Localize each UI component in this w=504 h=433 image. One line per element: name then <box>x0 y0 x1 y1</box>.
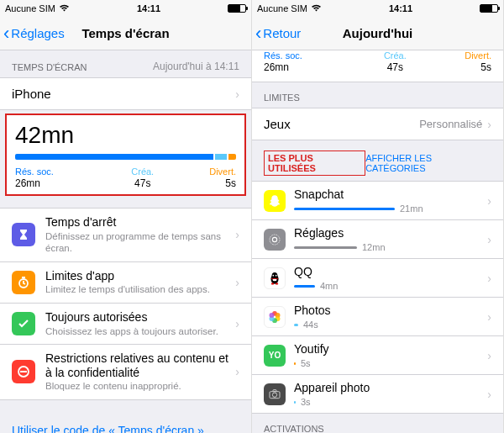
svg-point-8 <box>273 274 275 276</box>
app-name-label: Réglages <box>294 226 482 240</box>
nav-title: Temps d'écran <box>81 26 169 40</box>
content-scroll[interactable]: Rés. soc. 26mn Créa. 47s Divert. 5s LIMI… <box>252 50 503 433</box>
app-time-label: 44s <box>303 319 318 330</box>
limit-label: Jeux <box>264 117 291 131</box>
chevron-left-icon: ‹ <box>3 24 9 43</box>
app-name-label: QQ <box>294 265 482 278</box>
back-label: Réglages <box>11 26 64 40</box>
usage-bar <box>294 362 296 365</box>
app-time-label: 21mn <box>400 203 423 214</box>
section-header-time: Aujourd'hui à 14:11 <box>153 61 239 72</box>
tab-show-categories[interactable]: AFFICHER LES CATÉGORIES <box>365 153 491 173</box>
tab-most-used[interactable]: LES PLUS UTILISÉES <box>264 150 365 176</box>
chevron-right-icon: › <box>235 276 239 289</box>
back-button[interactable]: ‹ Retour <box>255 24 301 43</box>
chevron-right-icon: › <box>487 388 491 401</box>
bar-segment-social <box>15 154 213 160</box>
device-row[interactable]: iPhone › <box>0 77 251 110</box>
app-row-youtify[interactable]: YO Youtify 5s › <box>252 335 503 374</box>
cat-value-entertainment: 5s <box>185 177 236 189</box>
chevron-left-icon: ‹ <box>255 24 261 43</box>
content-restrictions-row[interactable]: Restrictions relatives au contenu et à l… <box>0 344 251 399</box>
qq-icon <box>264 267 286 289</box>
camera-icon <box>264 383 286 405</box>
battery-icon <box>480 4 498 13</box>
status-bar: Aucune SIM 14:11 <box>0 0 251 17</box>
feature-title: Restrictions relatives au contenu et à l… <box>45 351 230 380</box>
downtime-row[interactable]: Temps d'arrêt Définissez un programme de… <box>0 209 251 261</box>
app-row-qq[interactable]: QQ 4mn › <box>252 258 503 297</box>
carrier-label: Aucune SIM <box>257 3 307 13</box>
screentime-main-screen: Aucune SIM 14:11 ‹ Réglages Temps d'écra… <box>0 0 252 433</box>
chevron-right-icon: › <box>487 233 491 246</box>
usage-bar <box>294 246 357 249</box>
feature-subtitle: Choisissez les apps à toujours autoriser… <box>45 325 230 337</box>
usage-bar-chart <box>15 154 236 160</box>
bar-segment-entertainment <box>228 154 236 160</box>
nav-title: Aujourd'hui <box>343 26 413 40</box>
cat-label-creativity: Créa. <box>351 50 438 61</box>
app-name-label: Youtify <box>294 342 482 356</box>
wifi-icon <box>59 3 70 13</box>
cat-label-creativity: Créa. <box>100 166 185 177</box>
hourglass-icon <box>12 223 35 246</box>
wifi-icon <box>311 3 322 13</box>
app-time-label: 4mn <box>320 281 338 291</box>
feature-list: Temps d'arrêt Définissez un programme de… <box>0 208 251 400</box>
always-allowed-row[interactable]: Toujours autorisées Choisissez les apps … <box>0 303 251 344</box>
svg-point-18 <box>270 313 275 318</box>
app-time-label: 3s <box>301 397 311 407</box>
app-limits-row[interactable]: Limites d'app Limitez le temps d'utilisa… <box>0 261 251 303</box>
svg-rect-21 <box>273 389 276 391</box>
cat-label-social: Rés. soc. <box>15 166 100 177</box>
svg-point-3 <box>272 237 276 241</box>
section-header-usage: TEMPS D'ÉCRAN Aujourd'hui à 14:11 <box>0 50 251 77</box>
content-scroll[interactable]: TEMPS D'ÉCRAN Aujourd'hui à 14:11 iPhone… <box>0 50 251 433</box>
section-header-label: TEMPS D'ÉCRAN <box>12 62 87 72</box>
most-used-header: LES PLUS UTILISÉES AFFICHER LES CATÉGORI… <box>252 140 503 181</box>
cat-value-social: 26mn <box>15 177 100 189</box>
chevron-right-icon: › <box>487 194 491 208</box>
photos-icon <box>264 306 286 328</box>
app-row-camera[interactable]: Appareil photo 3s › <box>252 374 503 413</box>
usage-total: 42mn <box>15 122 236 149</box>
snapchat-icon <box>264 190 286 212</box>
cat-label-entertainment: Divert. <box>438 50 491 61</box>
device-label: iPhone <box>12 87 51 101</box>
cat-label-social: Rés. soc. <box>264 50 351 61</box>
battery-icon <box>228 4 246 13</box>
usage-summary-block[interactable]: 42mn Rés. soc. 26mn Créa. 47s Divert. <box>5 114 246 196</box>
app-time-label: 5s <box>301 358 311 368</box>
bar-segment-creativity <box>215 154 227 160</box>
cat-value-creativity: 47s <box>351 61 438 73</box>
use-passcode-link[interactable]: Utiliser le code de « Temps d'écran » <box>0 412 251 433</box>
chevron-right-icon: › <box>235 87 239 101</box>
svg-rect-10 <box>271 283 274 284</box>
usage-bar <box>294 285 315 288</box>
checkmark-icon <box>12 312 35 335</box>
app-row-reglages[interactable]: Réglages 12mn › <box>252 219 503 258</box>
svg-rect-12 <box>271 278 278 279</box>
feature-subtitle: Définissez un programme de temps sans éc… <box>45 230 230 255</box>
nav-bar: ‹ Réglages Temps d'écran <box>0 17 251 50</box>
app-row-snapchat[interactable]: Snapchat 21mn › <box>252 182 503 219</box>
screentime-today-screen: Aucune SIM 14:11 ‹ Retour Aujourd'hui Ré… <box>252 0 504 433</box>
svg-point-9 <box>276 274 277 276</box>
app-usage-list: Snapchat 21mn › Réglages 12mn › <box>252 181 503 414</box>
chevron-right-icon: › <box>487 118 491 131</box>
app-row-photos[interactable]: Photos 44s › <box>252 297 503 335</box>
chevron-right-icon: › <box>235 365 239 378</box>
chevron-right-icon: › <box>487 272 491 285</box>
nav-bar: ‹ Retour Aujourd'hui <box>252 17 503 50</box>
limit-detail: Personnalisé <box>419 118 482 130</box>
chevron-right-icon: › <box>235 228 239 241</box>
usage-bar <box>294 324 298 326</box>
svg-rect-2 <box>20 371 27 372</box>
section-header-limits: LIMITES <box>252 82 503 108</box>
top-category-strip: Rés. soc. 26mn Créa. 47s Divert. 5s <box>252 50 503 82</box>
cat-value-social: 26mn <box>264 61 351 73</box>
app-name-label: Snapchat <box>294 187 482 201</box>
back-button[interactable]: ‹ Réglages <box>3 24 65 43</box>
limit-games-row[interactable]: Jeux Personnalisé › <box>252 108 503 140</box>
section-header-label: LIMITES <box>264 92 300 103</box>
